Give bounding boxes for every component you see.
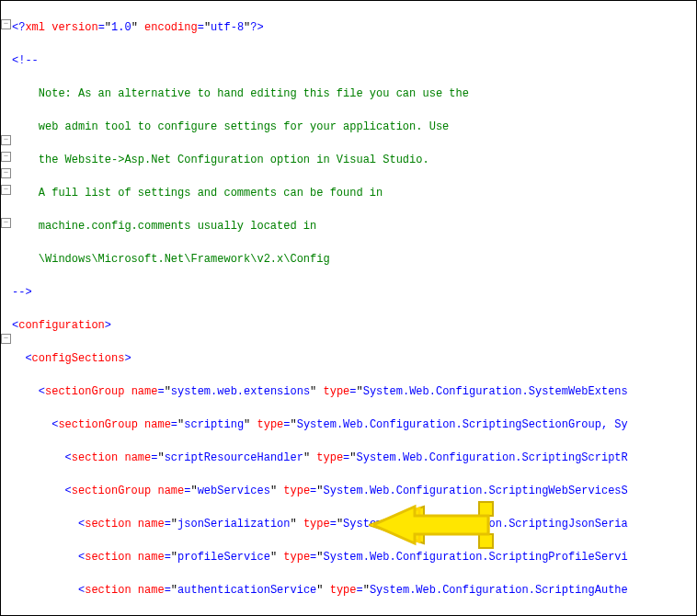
gutter [1, 1, 10, 615]
code-area[interactable]: <?xml version="1.0" encoding="utf-8"?> <… [12, 3, 628, 616]
comment-open: <!-- [12, 52, 628, 69]
xml-decl: <?xml version="1.0" encoding="utf-8"?> [12, 19, 628, 36]
comment-l1: Note: As an alternative to hand editing … [12, 86, 628, 102]
fold-comment[interactable] [1, 19, 11, 29]
configuration-open: <configuration> [12, 317, 628, 334]
comment-l5: machine.config.comments usually located … [12, 218, 628, 234]
fold-appsettings[interactable] [1, 334, 11, 344]
comment-l2: web admin tool to configure settings for… [12, 119, 628, 135]
fold-sg3[interactable] [1, 218, 11, 228]
fold-configuration[interactable] [1, 135, 11, 145]
configsections-open: <configSections> [12, 350, 628, 367]
sg2: <sectionGroup name="scripting" type="Sys… [12, 416, 628, 433]
comment-l3: the Website->Asp.Net Configuration optio… [12, 152, 628, 168]
comment-l4: A full list of settings and comments can… [12, 185, 628, 201]
comment-l6: \Windows\Microsoft.Net\Framework\v2.x\Co… [12, 251, 628, 268]
fold-sg1[interactable] [1, 168, 11, 178]
sec4: <section name="authenticationService" ty… [12, 582, 628, 599]
sec3: <section name="profileService" type="Sys… [12, 549, 628, 565]
sec2: <section name="jsonSerialization" type="… [12, 516, 628, 532]
comment-close: --> [12, 284, 628, 301]
fold-sg2[interactable] [1, 185, 11, 195]
sec1: <section name="scriptResourceHandler" ty… [12, 450, 628, 466]
sg3: <sectionGroup name="webServices" type="S… [12, 483, 628, 499]
fold-configsections[interactable] [1, 152, 11, 162]
sg1: <sectionGroup name="system.web.extension… [12, 383, 628, 400]
